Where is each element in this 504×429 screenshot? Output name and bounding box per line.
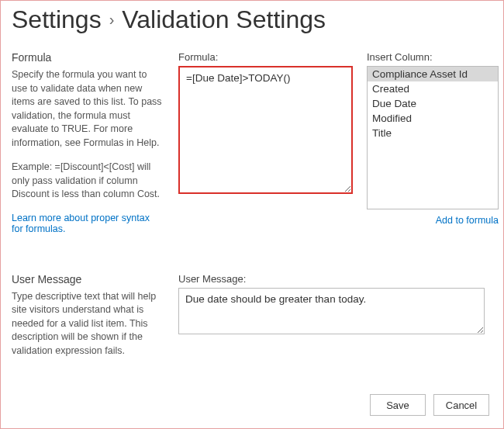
formula-textarea[interactable] xyxy=(178,66,353,194)
list-item[interactable]: Compliance Asset Id xyxy=(368,67,498,81)
list-item[interactable]: Title xyxy=(368,126,498,140)
user-message-label: User Message: xyxy=(178,273,485,285)
breadcrumb-current: Validation Settings xyxy=(122,5,326,34)
user-message-desc: Type descriptive text that will help sit… xyxy=(12,290,163,358)
breadcrumb-root[interactable]: Settings xyxy=(12,5,102,34)
learn-more-link[interactable]: Learn more about proper syntax for formu… xyxy=(12,213,163,234)
list-item[interactable]: Due Date xyxy=(368,96,498,111)
formula-example: Example: =[Discount]<[Cost] will only pa… xyxy=(12,161,163,202)
insert-column-label: Insert Column: xyxy=(367,51,499,63)
list-item[interactable]: Modified xyxy=(368,111,498,126)
user-message-title: User Message xyxy=(12,273,163,285)
formula-desc: Specify the formula you want to use to v… xyxy=(12,68,163,150)
save-button[interactable]: Save xyxy=(370,394,426,416)
formula-title: Formula xyxy=(12,51,163,64)
user-message-textarea[interactable] xyxy=(178,288,485,334)
formula-label: Formula: xyxy=(178,51,353,63)
list-item[interactable]: Created xyxy=(368,81,498,96)
breadcrumb: Settings › Validation Settings xyxy=(12,5,492,34)
cancel-button[interactable]: Cancel xyxy=(433,394,489,416)
chevron-right-icon: › xyxy=(109,11,115,29)
insert-column-listbox[interactable]: Compliance Asset Id Created Due Date Mod… xyxy=(367,66,499,209)
add-to-formula-link[interactable]: Add to formula xyxy=(436,215,499,226)
